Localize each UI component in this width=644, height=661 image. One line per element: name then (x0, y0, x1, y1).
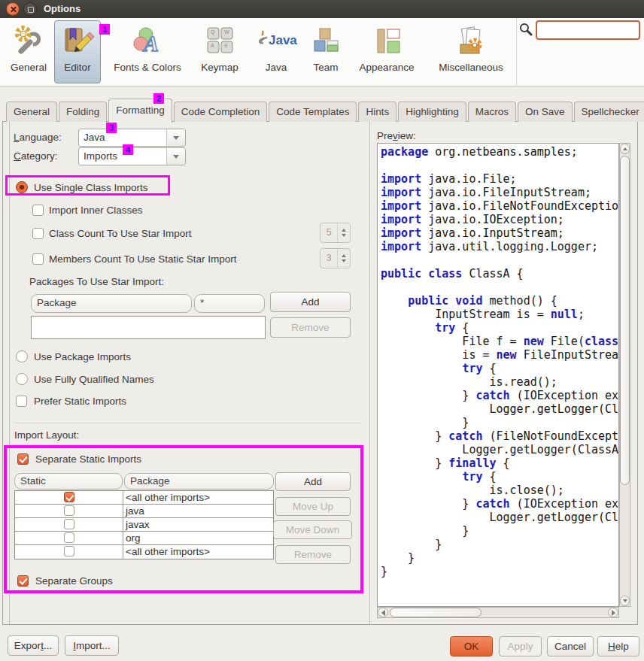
use-single-class-imports-radio[interactable] (16, 181, 28, 193)
horizontal-scroll-thumb[interactable] (390, 608, 481, 617)
apply-button[interactable]: Apply (499, 636, 542, 656)
prefer-static-imports-label: Prefer Static Imports (34, 396, 126, 407)
toolbar-item-general[interactable]: General (6, 20, 51, 83)
move-down-button[interactable]: Move Down (273, 520, 352, 539)
preview-code-area[interactable]: package org.netbeans.samples; import jav… (377, 143, 619, 607)
chevron-down-icon[interactable] (166, 148, 185, 165)
layout-add-button[interactable]: Add (275, 472, 351, 491)
layout-remove-button[interactable]: Remove (275, 545, 351, 564)
table-row[interactable]: java (15, 505, 273, 518)
star-import-list[interactable] (31, 316, 266, 339)
static-checkbox[interactable] (64, 546, 74, 556)
toolbar-label: Keymap (201, 62, 238, 73)
tab-code-templates[interactable]: Code Templates (269, 102, 357, 122)
tab-hints[interactable]: Hints (358, 102, 396, 122)
separate-groups-checkbox[interactable] (17, 575, 29, 587)
tab-spellchecker[interactable]: Spellchecker (574, 102, 644, 122)
svg-text:S: S (224, 43, 228, 48)
class-count-checkbox[interactable] (32, 228, 44, 239)
toolbar-item-miscellaneous[interactable]: Miscellaneous (427, 20, 515, 83)
static-checkbox[interactable] (64, 505, 74, 516)
horizontal-scrollbar[interactable] (377, 607, 619, 618)
move-up-button[interactable]: Move Up (275, 497, 351, 516)
language-value: Java (79, 129, 166, 146)
options-scrollpane-border (9, 122, 10, 624)
package-column-header[interactable]: Package (124, 473, 274, 490)
use-fully-qualified-radio[interactable] (16, 373, 28, 385)
language-label: Language: (14, 132, 62, 143)
export-button[interactable]: Export... (8, 635, 59, 656)
search-input[interactable] (536, 20, 640, 40)
window-restore-button[interactable] (23, 2, 37, 16)
tab-formatting[interactable]: Formatting (108, 99, 172, 123)
vertical-scrollbar[interactable] (619, 143, 630, 607)
team-cubes-icon (308, 21, 343, 62)
members-count-spinner[interactable]: 3 (320, 248, 351, 268)
toolbar-label: Java (266, 62, 287, 73)
star-input[interactable]: * (194, 294, 265, 313)
toolbar-label: General (11, 62, 47, 73)
table-row[interactable]: org (15, 532, 273, 545)
toolbar-item-java[interactable]: Java Java (251, 20, 301, 83)
title-bar: Options (0, 0, 644, 18)
chevron-down-icon[interactable] (166, 129, 185, 146)
preview-label: Preview: (377, 130, 416, 141)
class-count-label: Class Count To Use Star Import (49, 228, 192, 239)
spinner-arrows[interactable] (337, 223, 350, 242)
tab-folding[interactable]: Folding (59, 102, 107, 122)
category-select[interactable]: Imports (78, 147, 186, 165)
scroll-up-icon[interactable] (620, 144, 630, 154)
formatting-panel: Language: Java Category: Imports Use Sin… (2, 121, 638, 625)
table-row[interactable]: <all other imports> (15, 545, 273, 559)
spinner-arrows[interactable] (337, 249, 350, 268)
general-gears-icon (11, 21, 46, 62)
static-checkbox[interactable] (64, 492, 74, 502)
members-count-checkbox[interactable] (32, 253, 44, 265)
scroll-right-icon[interactable] (608, 608, 618, 617)
import-button[interactable]: Import... (65, 635, 119, 656)
toolbar-label: Team (313, 62, 338, 73)
static-checkbox[interactable] (64, 519, 74, 529)
tab-general[interactable]: General (6, 102, 57, 122)
add-package-button[interactable]: Add (270, 292, 351, 312)
import-inner-classes-checkbox[interactable] (32, 205, 44, 216)
scroll-left-icon[interactable] (378, 608, 388, 617)
scroll-down-icon[interactable] (620, 596, 630, 606)
prefer-static-imports-checkbox[interactable] (16, 396, 27, 407)
group-separator (14, 423, 363, 423)
toolbar-item-team[interactable]: Team (304, 20, 348, 83)
help-button[interactable]: Help (597, 636, 639, 656)
static-column-header[interactable]: Static (14, 473, 123, 490)
toolbar-item-fonts-colors[interactable]: A Fonts & Colors (105, 20, 190, 83)
table-row[interactable]: <all other imports> (15, 491, 273, 505)
tab-macros[interactable]: Macros (468, 102, 516, 122)
import-inner-classes-label: Import Inner Classes (49, 205, 143, 216)
search-icon (519, 23, 533, 39)
toolbar-item-keymap[interactable]: QWAS Keymap (193, 20, 247, 83)
window-close-button[interactable] (6, 2, 20, 16)
window-title: Options (44, 3, 80, 14)
toolbar-item-appearance[interactable]: Appearance (351, 20, 423, 83)
separate-static-imports-label: Separate Static Imports (35, 453, 141, 465)
vertical-scroll-thumb[interactable] (620, 156, 630, 485)
import-layout-label: Import Layout: (14, 429, 79, 441)
class-count-spinner[interactable]: 5 (320, 223, 351, 243)
appearance-layout-icon (369, 21, 404, 62)
language-select[interactable]: Java (78, 129, 186, 147)
fonts-colors-icon: A (130, 21, 165, 62)
separate-static-imports-checkbox[interactable] (17, 453, 29, 465)
remove-package-button[interactable]: Remove (270, 317, 351, 338)
package-cell: org (123, 532, 273, 544)
package-input[interactable]: Package (31, 294, 192, 313)
tab-code-completion[interactable]: Code Completion (174, 102, 267, 122)
use-package-imports-radio[interactable] (16, 350, 28, 362)
svg-text:Java: Java (269, 33, 297, 47)
ok-button[interactable]: OK (450, 636, 493, 656)
table-row[interactable]: javax (15, 518, 273, 532)
toolbar-item-editor[interactable]: Editor (54, 20, 101, 83)
static-checkbox[interactable] (64, 532, 74, 543)
cancel-button[interactable]: Cancel (547, 636, 594, 656)
tab-on-save[interactable]: On Save (518, 102, 573, 122)
tab-highlighting[interactable]: Highlighting (398, 102, 466, 122)
static-cell (15, 491, 123, 504)
